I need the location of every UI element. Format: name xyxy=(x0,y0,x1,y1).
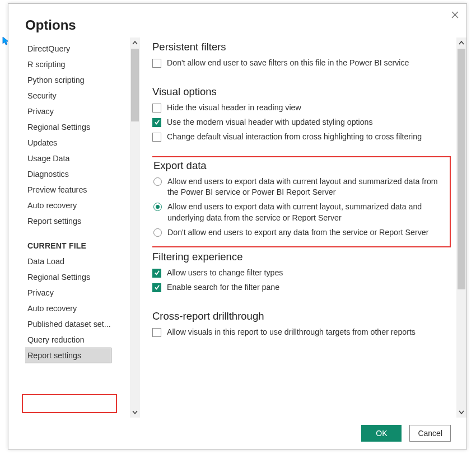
nav-item-cf-data-load[interactable]: Data Load xyxy=(25,254,120,269)
radio-export-none[interactable] xyxy=(153,228,162,237)
section-title-filtering-experience: Filtering experience xyxy=(152,251,451,263)
sidebar-scrollbar[interactable] xyxy=(130,38,140,418)
label-modern-visual-header[interactable]: Use the modern visual header with update… xyxy=(167,117,451,128)
close-button[interactable] xyxy=(447,7,462,22)
cancel-button[interactable]: Cancel xyxy=(409,425,451,442)
dialog-title: Options xyxy=(8,4,466,38)
nav-item-global-report-settings[interactable]: Report settings xyxy=(25,213,120,229)
section-title-persistent-filters: Persistent filters xyxy=(152,41,451,53)
label-cross-report-drillthrough[interactable]: Allow visuals in this report to use dril… xyxy=(167,327,451,338)
label-export-summarized[interactable]: Allow end users to export data with curr… xyxy=(167,176,445,199)
checkbox-modern-visual-header[interactable] xyxy=(152,118,161,127)
nav-item-global-security[interactable]: Security xyxy=(25,88,120,104)
nav-item-global-preview[interactable]: Preview features xyxy=(25,182,120,198)
section-title-visual-options: Visual options xyxy=(152,86,451,98)
nav-item-global-python-scripting[interactable]: Python scripting xyxy=(25,72,120,88)
scrollbar-thumb[interactable] xyxy=(458,49,465,289)
label-change-filter-types[interactable]: Allow users to change filter types xyxy=(167,268,451,279)
nav-item-global-updates[interactable]: Updates xyxy=(25,135,120,151)
label-search-filter-pane[interactable]: Enable search for the filter pane xyxy=(167,282,451,293)
scroll-up-icon[interactable] xyxy=(130,38,140,49)
nav-item-global-r-scripting[interactable]: R scripting xyxy=(25,57,120,72)
nav-item-cf-report-settings[interactable]: Report settings xyxy=(25,348,111,363)
scroll-up-icon[interactable] xyxy=(456,38,466,49)
scroll-down-icon[interactable] xyxy=(130,406,140,418)
radio-export-summarized[interactable] xyxy=(153,177,162,186)
nav-item-global-privacy[interactable]: Privacy xyxy=(25,104,120,119)
radio-export-underlying[interactable] xyxy=(153,203,162,211)
checkbox-persistent-filters-disallow[interactable] xyxy=(152,59,161,68)
checkbox-cross-filtering[interactable] xyxy=(152,133,161,142)
dialog-footer: OK Cancel xyxy=(8,418,466,449)
nav-item-global-diagnostics[interactable]: Diagnostics xyxy=(25,166,120,182)
nav-item-cf-query-reduction[interactable]: Query reduction xyxy=(25,332,120,348)
checkbox-search-filter-pane[interactable] xyxy=(152,283,161,292)
scroll-down-icon[interactable] xyxy=(456,406,466,418)
label-export-underlying[interactable]: Allow end users to export data with curr… xyxy=(167,202,445,224)
options-dialog: Options DirectQuery R scripting Python s… xyxy=(8,3,467,449)
settings-panel: Persistent filters Don't allow end user … xyxy=(152,38,456,418)
nav-item-cf-regional[interactable]: Regional Settings xyxy=(25,269,120,285)
scrollbar-thumb[interactable] xyxy=(131,49,139,121)
label-cross-filtering[interactable]: Change default visual interaction from c… xyxy=(167,132,451,143)
nav-item-global-directquery[interactable]: DirectQuery xyxy=(25,41,120,57)
close-icon xyxy=(451,11,459,18)
nav-item-global-auto-recovery[interactable]: Auto recovery xyxy=(25,198,120,213)
content-scrollbar[interactable] xyxy=(456,38,466,418)
callout-box-export-data: Export data Allow end users to export da… xyxy=(152,156,451,247)
nav-item-cf-privacy[interactable]: Privacy xyxy=(25,285,120,301)
checkbox-change-filter-types[interactable] xyxy=(152,269,161,278)
sidebar-nav: DirectQuery R scripting Python scripting… xyxy=(25,38,140,418)
section-title-export-data: Export data xyxy=(153,160,445,172)
checkbox-hide-visual-header[interactable] xyxy=(152,104,161,113)
label-persistent-filters-disallow[interactable]: Don't allow end user to save filters on … xyxy=(167,58,451,69)
nav-item-global-usage-data[interactable]: Usage Data xyxy=(25,151,120,166)
section-title-cross-report: Cross-report drillthrough xyxy=(152,310,451,322)
label-export-none[interactable]: Don't allow end users to export any data… xyxy=(167,227,445,238)
ok-button[interactable]: OK xyxy=(361,425,402,442)
nav-item-cf-published-dataset[interactable]: Published dataset set... xyxy=(25,316,120,332)
label-hide-visual-header[interactable]: Hide the visual header in reading view xyxy=(167,102,451,114)
nav-item-cf-auto-recovery[interactable]: Auto recovery xyxy=(25,301,120,316)
nav-item-global-regional[interactable]: Regional Settings xyxy=(25,119,120,135)
nav-section-current-file: CURRENT FILE xyxy=(25,229,120,254)
checkbox-cross-report-drillthrough[interactable] xyxy=(152,328,161,337)
